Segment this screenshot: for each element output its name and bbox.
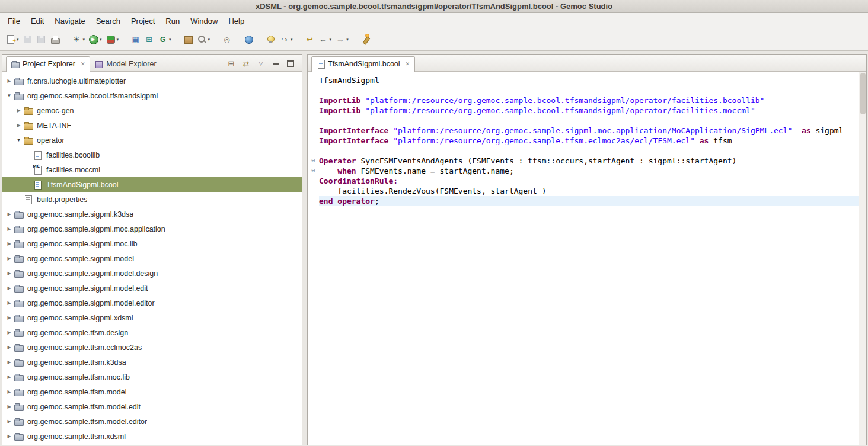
toolbar-annotation-button[interactable] (220, 33, 234, 46)
expander-icon[interactable]: ▶ (5, 226, 14, 232)
tab-project-explorer[interactable]: Project Explorer✕ (6, 56, 90, 72)
dropdown-arrow-icon[interactable]: ▾ (17, 37, 19, 42)
dropdown-arrow-icon[interactable]: ▾ (100, 37, 102, 42)
expander-icon[interactable]: ▶ (14, 123, 23, 128)
toolbar-save-button[interactable] (21, 33, 34, 46)
toolbar-print-button[interactable] (48, 33, 62, 46)
editor-scrollbar[interactable] (859, 72, 866, 445)
toolbar-search-button[interactable]: ▾ (195, 33, 212, 46)
dropdown-arrow-icon[interactable]: ▾ (346, 37, 349, 42)
tab-label: Project Explorer (23, 60, 75, 68)
maximize-icon[interactable] (286, 59, 295, 68)
toolbar-coverage-button[interactable]: ▾ (104, 33, 121, 46)
code-editor[interactable]: TfsmAndSigpmlImportLib "platform:/resour… (308, 72, 859, 445)
menu-navigate[interactable]: Navigate (49, 15, 90, 27)
tree-item-org-gemoc-sample-sigpml-model-design[interactable]: ▶org.gemoc.sample.sigpml.model.design (2, 266, 302, 281)
tree-item-facilities-moccml[interactable]: facilities.moccml (2, 162, 302, 177)
menu-edit[interactable]: Edit (25, 15, 49, 27)
dropdown-arrow-icon[interactable]: ▾ (83, 37, 85, 42)
expander-icon[interactable]: ▶ (5, 300, 14, 306)
minimize-icon[interactable] (271, 59, 280, 68)
tree-item-org-gemoc-sample-tfsm-k3dsa[interactable]: ▶org.gemoc.sample.tfsm.k3dsa (2, 355, 302, 370)
toolbar-new-package-button[interactable] (142, 33, 156, 46)
tree-item-org-gemoc-sample-sigpml-moc-application[interactable]: ▶org.gemoc.sample.sigpml.moc.application (2, 222, 302, 236)
toolbar-debug-button[interactable]: ▾ (70, 33, 87, 46)
menu-run[interactable]: Run (160, 15, 185, 27)
dropdown-arrow-icon[interactable]: ▾ (117, 37, 119, 42)
tree-item-meta-inf[interactable]: ▶META-INF (2, 118, 302, 133)
toolbar-save-all-button[interactable] (34, 33, 48, 46)
toolbar-forward-button[interactable]: ▾ (333, 33, 350, 46)
tree-item-org-gemoc-sample-bcool-tfsmandsigpml[interactable]: ▼org.gemoc.sample.bcool.tfsmandsigpml (2, 88, 302, 103)
tree-item-operator[interactable]: ▼operator (2, 133, 302, 147)
toolbar-new-java-project-button[interactable] (129, 33, 142, 46)
toolbar-new-wizard-button[interactable]: ▾ (4, 33, 21, 46)
tree-item-org-gemoc-sample-tfsm-model-edit[interactable]: ▶org.gemoc.sample.tfsm.model.edit (2, 399, 302, 414)
tree-item-gemoc-gen[interactable]: ▶gemoc-gen (2, 103, 302, 118)
expander-icon[interactable]: ▶ (5, 211, 14, 217)
toolbar-open-browser-button[interactable]: ▾ (156, 33, 173, 46)
fold-marker-icon[interactable]: ⊖ (308, 156, 319, 166)
expander-icon[interactable]: ▶ (5, 374, 14, 380)
expander-icon[interactable]: ▶ (5, 315, 14, 320)
expander-icon[interactable]: ▶ (5, 78, 14, 84)
tree-item-tfsmandsigpml-bcool[interactable]: TfsmAndSigpml.bcool (2, 177, 302, 192)
link-with-editor-icon[interactable] (241, 59, 251, 68)
expander-icon[interactable]: ▶ (14, 108, 23, 113)
fold-marker-icon[interactable]: ⊖ (308, 166, 319, 176)
dropdown-arrow-icon[interactable]: ▾ (291, 37, 293, 42)
expander-icon[interactable]: ▶ (5, 256, 14, 261)
view-menu-icon[interactable] (256, 59, 266, 68)
tree-item-build-properties[interactable]: build.properties (2, 192, 302, 207)
expander-icon[interactable]: ▶ (5, 404, 14, 409)
expander-icon[interactable]: ▶ (5, 434, 14, 439)
tree-item-org-gemoc-sample-sigpml-model[interactable]: ▶org.gemoc.sample.sigpml.model (2, 251, 302, 266)
tree-item-org-gemoc-sample-tfsm-model-editor[interactable]: ▶org.gemoc.sample.tfsm.model.editor (2, 414, 302, 429)
expander-icon[interactable]: ▶ (5, 345, 14, 350)
toolbar-next-edit-button[interactable]: ▾ (277, 33, 295, 46)
expander-icon[interactable]: ▶ (5, 271, 14, 276)
toolbar-run-button[interactable]: ▾ (87, 33, 104, 46)
toolbar-torch-button[interactable] (359, 33, 372, 46)
menu-file[interactable]: File (2, 15, 25, 27)
close-icon[interactable]: ✕ (81, 61, 85, 67)
tree-item-org-gemoc-sample-sigpml-moc-lib[interactable]: ▶org.gemoc.sample.sigpml.moc.lib (2, 236, 302, 251)
dropdown-arrow-icon[interactable]: ▾ (330, 37, 332, 42)
project-tree[interactable]: ▶fr.cnrs.luchogie.ultimateplotter▼org.ge… (2, 72, 302, 445)
tree-item-label: org.gemoc.sample.bcool.tfsmandsigpml (27, 92, 158, 100)
collapse-all-icon[interactable] (226, 59, 236, 68)
tree-item-fr-cnrs-luchogie-ultimateplotter[interactable]: ▶fr.cnrs.luchogie.ultimateplotter (2, 73, 302, 88)
close-icon[interactable]: ✕ (406, 61, 410, 67)
toolbar-lightbulb-button[interactable] (264, 33, 277, 46)
toolbar-back-button[interactable]: ▾ (317, 33, 334, 46)
tree-item-org-gemoc-sample-tfsm-xdsml[interactable]: ▶org.gemoc.sample.tfsm.xdsml (2, 429, 302, 444)
toolbar-last-edit-location-button[interactable] (303, 33, 317, 46)
menu-search[interactable]: Search (91, 15, 126, 27)
expander-icon[interactable]: ▶ (5, 285, 14, 291)
expander-icon[interactable]: ▶ (5, 389, 14, 394)
menu-help[interactable]: Help (223, 15, 250, 27)
tree-item-org-gemoc-sample-tfsm-eclmoc2as[interactable]: ▶org.gemoc.sample.tfsm.eclmoc2as (2, 340, 302, 355)
expander-icon[interactable]: ▶ (5, 330, 14, 335)
tree-item-org-gemoc-sample-tfsm-moc-lib[interactable]: ▶org.gemoc.sample.tfsm.moc.lib (2, 370, 302, 384)
expander-icon[interactable]: ▶ (5, 241, 14, 246)
tree-item-org-gemoc-sample-sigpml-model-editor[interactable]: ▶org.gemoc.sample.sigpml.model.editor (2, 296, 302, 310)
tree-item-org-gemoc-sample-sigpml-k3dsa[interactable]: ▶org.gemoc.sample.sigpml.k3dsa (2, 207, 302, 222)
menu-project[interactable]: Project (126, 15, 160, 27)
toolbar-plugin-button[interactable] (181, 33, 195, 46)
menu-window[interactable]: Window (185, 15, 223, 27)
expander-icon[interactable]: ▶ (5, 360, 14, 365)
tree-item-org-gemoc-sample-tfsm-design[interactable]: ▶org.gemoc.sample.tfsm.design (2, 325, 302, 340)
expander-icon[interactable]: ▼ (5, 93, 14, 98)
toolbar-web-sphere-button[interactable] (242, 33, 256, 46)
expander-icon[interactable]: ▶ (5, 419, 14, 424)
tree-item-org-gemoc-sample-sigpml-model-edit[interactable]: ▶org.gemoc.sample.sigpml.model.edit (2, 281, 302, 296)
tab-model-explorer[interactable]: Model Explorer (90, 57, 161, 72)
dropdown-arrow-icon[interactable]: ▾ (208, 37, 210, 42)
expander-icon[interactable]: ▼ (14, 137, 23, 143)
tree-item-org-gemoc-sample-tfsm-model[interactable]: ▶org.gemoc.sample.tfsm.model (2, 384, 302, 399)
editor-tab-tfsmandsigpml-bcool[interactable]: TfsmAndSigpml.bcool✕ (311, 56, 415, 72)
tree-item-facilities-bcoollib[interactable]: facilities.bcoollib (2, 147, 302, 162)
tree-item-org-gemoc-sample-sigpml-xdsml[interactable]: ▶org.gemoc.sample.sigpml.xdsml (2, 310, 302, 325)
dropdown-arrow-icon[interactable]: ▾ (169, 37, 171, 42)
